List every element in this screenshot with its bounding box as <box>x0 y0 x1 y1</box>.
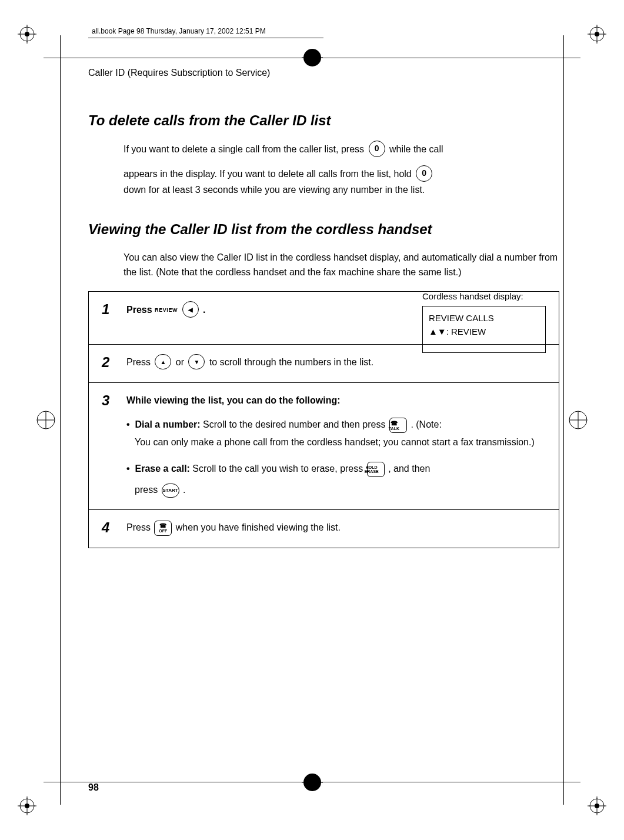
display-line: ▲▼: REVIEW <box>429 325 539 338</box>
bullet-item: • Erase a call: Scroll to the call you w… <box>126 462 546 477</box>
off-key-icon: ☎OFF <box>154 521 172 536</box>
up-arrow-key-icon <box>155 354 171 369</box>
step-body: While viewing the list, you can do the f… <box>126 394 546 497</box>
step-body: Press ☎OFF when you have finished viewin… <box>126 521 546 536</box>
file-header: all.book Page 98 Thursday, January 17, 2… <box>88 26 323 38</box>
key-label: HOLD <box>374 465 378 469</box>
zero-key-icon: 0 <box>416 165 432 182</box>
text: Erase a call: <box>135 464 190 474</box>
step-number: 1 <box>102 302 122 332</box>
text: If you want to delete a single call from… <box>124 144 367 154</box>
key-label: TALK <box>397 426 399 431</box>
down-arrow-key-icon <box>188 354 205 369</box>
text: to scroll through the numbers in the lis… <box>209 358 373 368</box>
text: Press <box>126 305 155 315</box>
section-title-delete: To delete calls from the Caller ID list <box>88 112 559 129</box>
step-body: Press or to scroll through the numbers i… <box>126 355 546 371</box>
text: press <box>135 485 161 495</box>
display-line: REVIEW CALLS <box>429 311 539 325</box>
hold-erase-key-icon: HOLDERASE <box>367 462 385 477</box>
review-key-label: REVIEW <box>155 307 178 313</box>
step-body: Press REVIEW . Cordless handset display:… <box>126 302 546 332</box>
step-row: 4 Press ☎OFF when you have finished view… <box>89 510 559 548</box>
page-number: 98 <box>88 782 99 793</box>
text: . (Note: <box>411 419 441 429</box>
text: Press <box>126 358 153 368</box>
key-label: ERASE <box>373 469 379 474</box>
section-title-viewing: Viewing the Caller ID list from the cord… <box>88 221 559 238</box>
body-paragraph: appears in the display. If you want to d… <box>124 166 559 198</box>
step-heading: While viewing the list, you can do the f… <box>126 394 546 408</box>
text: Scroll to the desired number and then pr… <box>201 419 388 429</box>
text: Scroll to the call you wish to erase, pr… <box>190 464 366 474</box>
step-row: 1 Press REVIEW . Cordless handset displa… <box>89 292 559 345</box>
text: Press <box>126 522 153 532</box>
text: when you have finished viewing the list. <box>176 522 341 532</box>
text: . <box>183 485 185 495</box>
crop-target-icon <box>35 409 56 431</box>
bullet-item: • Dial a number: Scroll to the desired n… <box>126 418 546 433</box>
crop-line <box>60 35 61 805</box>
registration-mark-icon <box>588 25 606 44</box>
step-number: 4 <box>102 521 122 536</box>
step-number: 3 <box>102 394 122 497</box>
crop-line <box>563 35 564 805</box>
handset-display: REVIEW CALLS ▲▼: REVIEW <box>422 306 546 354</box>
talk-key-icon: ☎TALK <box>389 418 407 433</box>
registration-mark-icon <box>18 796 36 815</box>
registration-mark-icon <box>588 796 606 815</box>
bullet-continuation: You can only make a phone call from the … <box>126 435 546 450</box>
body-paragraph: You can also view the Caller ID list in … <box>124 251 559 280</box>
zero-key-icon: 0 <box>369 141 385 157</box>
step-number: 2 <box>102 355 122 371</box>
step-row: 3 While viewing the list, you can do the… <box>89 383 559 509</box>
text: down for at least 3 seconds while you ar… <box>124 185 425 195</box>
text: . <box>203 305 205 315</box>
registration-mark-icon <box>18 25 36 44</box>
running-head: Caller ID (Requires Subscription to Serv… <box>88 68 559 78</box>
key-label: OFF <box>159 529 167 533</box>
text: Dial a number: <box>135 419 201 429</box>
display-caption: Cordless handset display: <box>422 289 546 303</box>
text: appears in the display. If you want to d… <box>124 169 414 179</box>
text: while the call <box>389 144 443 154</box>
text: or <box>176 358 187 368</box>
steps-table: 1 Press REVIEW . Cordless handset displa… <box>88 291 559 548</box>
start-key-icon: START <box>162 484 179 498</box>
text: , and then <box>388 464 430 474</box>
crop-target-icon <box>568 409 589 431</box>
left-arrow-key-icon <box>182 301 199 318</box>
body-paragraph: If you want to delete a single call from… <box>124 142 559 158</box>
bullet-continuation: press START . <box>126 483 546 498</box>
